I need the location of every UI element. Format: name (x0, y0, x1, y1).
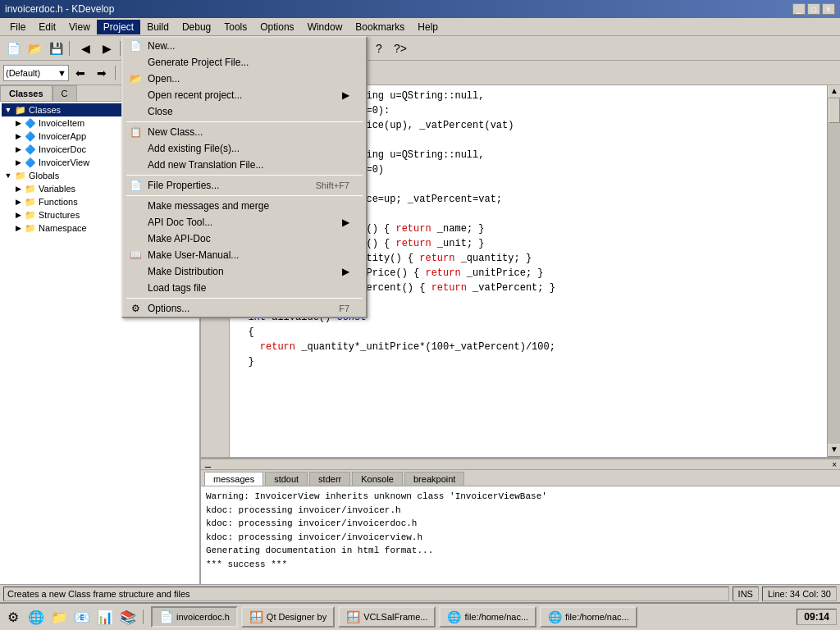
expander-variables[interactable]: ▶ (13, 184, 23, 194)
file-props-shortcut: Shift+F7 (291, 180, 349, 190)
menu-new-label: New... (148, 40, 175, 52)
chart-button[interactable]: 📊 (95, 608, 115, 626)
menu-make-api[interactable]: Make API-Doc (123, 231, 366, 247)
menu-options[interactable]: ⚙ Options... F7 (123, 300, 366, 317)
task-file2[interactable]: 🌐 file:/home/nac... (540, 606, 637, 628)
close-menu-icon (128, 104, 143, 119)
help-button[interactable]: ? (369, 39, 389, 57)
expander-functions[interactable]: ▶ (13, 197, 23, 207)
code-scrollbar[interactable]: ▲ ▼ (827, 85, 840, 457)
save-button[interactable]: 💾 (46, 39, 66, 57)
close-button[interactable]: × (822, 3, 835, 15)
menu-open[interactable]: 📂 Open... (123, 71, 366, 87)
tab-c[interactable]: C (52, 85, 77, 101)
task-file1[interactable]: 🌐 file:/home/nac... (439, 606, 536, 628)
open-button[interactable]: 📂 (25, 39, 44, 57)
expander-classes[interactable]: ▼ (3, 105, 13, 115)
start-button[interactable]: ⚙ (3, 608, 23, 626)
task-qt-designer[interactable]: 🪟 Qt Designer by (241, 606, 335, 628)
menu-debug[interactable]: Debug (176, 20, 217, 34)
menu-load-tags[interactable]: Load tags file (123, 280, 366, 296)
location-back[interactable]: ⬅ (71, 64, 90, 82)
menu-help[interactable]: Help (411, 20, 445, 34)
tab-stdout[interactable]: stdout (265, 472, 308, 486)
menu-file[interactable]: File (3, 20, 32, 34)
expander-invoicerview[interactable]: ▶ (13, 158, 23, 167)
menu-add-files[interactable]: Add existing File(s)... (123, 140, 366, 157)
menu-file-properties[interactable]: 📄 File Properties... Shift+F7 (123, 177, 366, 194)
scroll-up-button[interactable]: ▲ (828, 85, 840, 98)
folder-icon-structures: 📁 (25, 209, 36, 221)
menu-window[interactable]: Window (301, 20, 349, 34)
folder-icon-variables: 📁 (25, 183, 36, 194)
menu-make-distribution[interactable]: Make Distribution ▶ (123, 263, 366, 280)
tab-konsole[interactable]: Konsole (352, 472, 403, 486)
add-translation-icon (128, 158, 143, 172)
menu-make-messages[interactable]: Make messages and merge (123, 198, 366, 214)
expander-globals[interactable]: ▼ (3, 171, 13, 180)
menu-bookmarks[interactable]: Bookmarks (349, 20, 411, 34)
location-forward[interactable]: ➡ (92, 64, 112, 82)
menu-api-doc-tool[interactable]: API Doc Tool... ▶ (123, 214, 366, 231)
bottom-content: Warning: InvoicerView inherits unknown c… (201, 486, 840, 584)
menu-generate-project[interactable]: Generate Project File... (123, 54, 366, 71)
minimize-button[interactable]: _ (792, 3, 806, 15)
tab-messages[interactable]: messages (204, 472, 263, 486)
maximize-button[interactable]: □ (807, 3, 820, 15)
expander-namespace[interactable]: ▶ (13, 223, 23, 233)
menu-open-recent-label: Open recent project... (148, 89, 242, 101)
scroll-down-button[interactable]: ▼ (828, 444, 840, 457)
menu-tools[interactable]: Tools (217, 20, 253, 34)
distribution-arrow: ▶ (334, 266, 349, 277)
folder-icon-classes: 📁 (15, 104, 26, 116)
menu-edit[interactable]: Edit (32, 20, 62, 34)
menu-new-class[interactable]: 📋 New Class... (123, 124, 366, 140)
profile-dropdown[interactable]: (Default) ▼ (3, 65, 69, 81)
menu-build[interactable]: Build (140, 20, 176, 34)
scroll-thumb[interactable] (829, 98, 840, 123)
task-invoicerdoc[interactable]: 📄 invoicerdoc.h (151, 606, 238, 628)
statusbar: Creates a new Class frame structure and … (0, 584, 840, 602)
menu-load-tags-label: Load tags file (148, 282, 206, 294)
menu-close[interactable]: Close (123, 103, 366, 120)
scroll-track[interactable] (828, 98, 840, 444)
tab-stderr[interactable]: stderr (309, 472, 350, 486)
recent-icon (128, 88, 143, 103)
bottom-close[interactable]: × (832, 460, 837, 469)
menu-add-translation[interactable]: Add new Translation File... (123, 157, 366, 173)
expander-invoiceitem[interactable]: ▶ (13, 118, 23, 128)
menu-generate-label: Generate Project File... (148, 57, 249, 68)
task-vcl[interactable]: 🪟 VCLSalFrame... (338, 606, 436, 628)
forward-button[interactable]: ▶ (97, 39, 116, 57)
profile-value: (Default) (6, 68, 40, 78)
task-label-file1: file:/home/nac... (464, 612, 528, 622)
menu-add-files-label: Add existing File(s)... (148, 143, 240, 154)
menu-options[interactable]: Options (253, 20, 300, 34)
menu-open-recent[interactable]: Open recent project... ▶ (123, 87, 366, 103)
back-button[interactable]: ◀ (75, 39, 95, 57)
menu-view[interactable]: View (62, 20, 97, 34)
menu-new[interactable]: 📄 New... (123, 38, 366, 54)
tab-classes[interactable]: Classes (0, 85, 52, 101)
expander-invoicerapp[interactable]: ▶ (13, 131, 23, 141)
system-clock: 09:14 (797, 609, 837, 625)
file-button[interactable]: 📁 (49, 608, 69, 626)
browser-button[interactable]: 🌐 (26, 608, 46, 626)
load-tags-icon (128, 281, 143, 295)
bottom-line-5: Generating documentation in html format.… (206, 544, 835, 558)
menu-project[interactable]: Project (97, 20, 140, 34)
menu-new-class-label: New Class... (148, 126, 203, 138)
new-file-button[interactable]: 📄 (3, 39, 23, 57)
menu-make-user-manual[interactable]: 📖 Make User-Manual... (123, 247, 366, 263)
expander-invoicerdoc[interactable]: ▶ (13, 144, 23, 154)
tab-breakpoint[interactable]: breakpoint (404, 472, 464, 486)
separator-1 (69, 41, 72, 56)
tree-label-globals: Globals (29, 171, 59, 180)
menu-open-label: Open... (148, 73, 180, 84)
help2-button[interactable]: ?> (390, 39, 410, 57)
bottom-tabs: messages stdout stderr Konsole breakpoin… (201, 470, 840, 486)
user-manual-icon: 📖 (128, 248, 143, 262)
expander-structures[interactable]: ▶ (13, 210, 23, 220)
help-task-button[interactable]: 📚 (118, 608, 138, 626)
mail-button[interactable]: 📧 (72, 608, 92, 626)
